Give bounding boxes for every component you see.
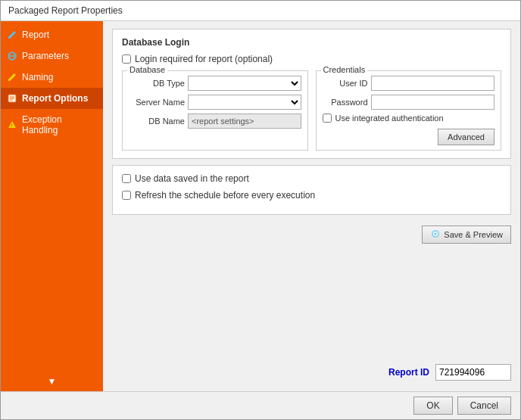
svg-point-11: [435, 233, 437, 235]
sidebar-item-exception-handling-label: Exception Handling: [22, 114, 97, 135]
refresh-schedule-label: Refresh the schedule before every execut…: [135, 190, 315, 201]
password-row: Password: [323, 95, 495, 110]
report-options-icon: [7, 93, 17, 104]
use-integrated-row: Use integrated authentication: [323, 114, 495, 123]
dialog-body: Report Parameters Naming R: [1, 21, 520, 391]
dialog-title: Packaged Report Properties: [8, 5, 123, 16]
user-id-input[interactable]: [371, 76, 495, 91]
save-preview-icon: [430, 229, 441, 241]
use-integrated-checkbox[interactable]: [323, 114, 332, 123]
password-label: Password: [323, 98, 368, 107]
password-input[interactable]: [371, 95, 495, 110]
user-id-row: User ID: [323, 76, 495, 91]
advanced-row: Advanced: [323, 129, 495, 145]
save-preview-area: Save & Preview: [112, 221, 511, 248]
sidebar-item-exception-handling[interactable]: ! Exception Handling: [1, 109, 103, 141]
report-id-label: Report ID: [388, 367, 429, 378]
ok-button[interactable]: OK: [413, 397, 452, 415]
server-name-select[interactable]: [188, 95, 301, 110]
sidebar-item-naming[interactable]: Naming: [1, 67, 103, 88]
use-integrated-label: Use integrated authentication: [335, 114, 444, 123]
db-type-select[interactable]: [188, 76, 301, 91]
sidebar-item-report-options-label: Report Options: [22, 93, 88, 104]
use-data-saved-checkbox[interactable]: [122, 174, 131, 183]
login-required-row: Login required for report (optional): [122, 54, 501, 64]
refresh-schedule-checkbox[interactable]: [122, 191, 131, 200]
sidebar-item-report-options[interactable]: Report Options: [1, 88, 103, 109]
dialog: Packaged Report Properties Report Parame…: [0, 0, 521, 420]
title-bar: Packaged Report Properties: [1, 1, 520, 21]
refresh-schedule-row: Refresh the schedule before every execut…: [122, 190, 501, 201]
login-required-checkbox[interactable]: [122, 54, 131, 64]
credentials-group-label: Credentials: [321, 65, 368, 74]
sidebar: Report Parameters Naming R: [1, 21, 103, 391]
login-required-label: Login required for report (optional): [135, 54, 273, 64]
database-group-label: Database: [127, 65, 167, 74]
naming-icon: [7, 72, 17, 82]
sidebar-item-report-label: Report: [22, 30, 49, 40]
advanced-button[interactable]: Advanced: [438, 129, 494, 145]
report-id-input[interactable]: [435, 364, 511, 381]
server-name-row: Server Name: [129, 95, 301, 110]
use-data-saved-row: Use data saved in the report: [122, 173, 501, 184]
options-section: Use data saved in the report Refresh the…: [112, 165, 511, 215]
db-type-label: DB Type: [129, 79, 185, 88]
sidebar-item-parameters[interactable]: Parameters: [1, 45, 103, 67]
save-preview-button[interactable]: Save & Preview: [422, 226, 511, 244]
db-name-row: DB Name: [129, 114, 301, 129]
sidebar-item-report[interactable]: Report: [1, 24, 103, 45]
main-content: Database Login Login required for report…: [103, 21, 520, 391]
db-type-row: DB Type: [129, 76, 301, 91]
db-name-label: DB Name: [129, 117, 185, 126]
database-group: Database DB Type Server Name: [122, 70, 308, 151]
report-id-section: Report ID: [112, 358, 511, 384]
sidebar-scroll-down[interactable]: ▼: [1, 372, 103, 391]
credentials-group: Credentials User ID Password Use integra…: [316, 70, 502, 151]
pencil-icon: [7, 30, 17, 40]
cancel-button[interactable]: Cancel: [457, 397, 511, 415]
sidebar-item-naming-label: Naming: [22, 72, 53, 82]
sidebar-item-parameters-label: Parameters: [22, 51, 69, 61]
database-login-title: Database Login: [122, 37, 501, 48]
globe-icon: [7, 51, 17, 61]
use-data-saved-label: Use data saved in the report: [135, 173, 249, 184]
database-login-section: Database Login Login required for report…: [112, 29, 511, 159]
user-id-label: User ID: [323, 79, 368, 88]
db-credentials-row: Database DB Type Server Name: [122, 70, 501, 151]
dialog-footer: OK Cancel: [1, 391, 520, 419]
db-name-input[interactable]: [188, 114, 301, 129]
save-preview-label: Save & Preview: [444, 230, 503, 239]
server-name-label: Server Name: [129, 98, 185, 107]
content-spacer: [112, 254, 511, 352]
warning-icon: !: [7, 120, 17, 130]
